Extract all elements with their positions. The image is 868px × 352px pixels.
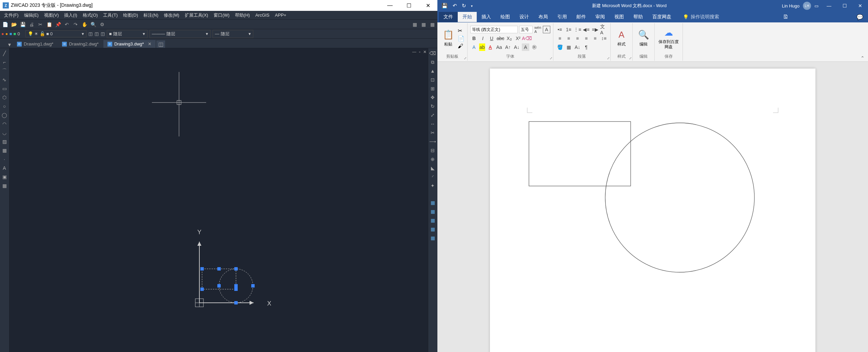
- maximize-button[interactable]: ☐: [837, 0, 852, 12]
- arc-tool-icon[interactable]: ⌒: [1, 67, 8, 75]
- user-avatar[interactable]: LH: [803, 2, 811, 10]
- char-border-icon[interactable]: A: [543, 26, 550, 33]
- qat-dropdown-icon[interactable]: ▾: [471, 4, 473, 8]
- paste-icon[interactable]: 📌: [54, 21, 62, 28]
- erase-tool-icon[interactable]: ⌫: [429, 50, 436, 57]
- move-tool-icon[interactable]: ✥: [429, 94, 436, 101]
- paragraph-dialog-launcher-icon[interactable]: ⤢: [607, 56, 610, 60]
- tab-insert[interactable]: 插入: [477, 12, 496, 22]
- styles-button[interactable]: A 样式: [613, 24, 630, 52]
- font-color-icon[interactable]: A: [487, 43, 494, 51]
- editing-button[interactable]: 🔍 编辑: [635, 24, 652, 52]
- layer4-icon[interactable]: ■: [14, 31, 16, 36]
- tab-drawing3[interactable]: D Drawing3.dwg* ✕: [103, 40, 156, 48]
- strikethrough-icon[interactable]: abc: [497, 35, 504, 42]
- paste-button[interactable]: 📋 粘贴: [440, 24, 456, 52]
- menu-modify[interactable]: 修改(M): [161, 12, 182, 19]
- text-effects-icon[interactable]: A: [470, 43, 478, 51]
- font-name-dropdown[interactable]: 等线 (西文正文): [470, 26, 518, 33]
- color-dropdown[interactable]: ■随层▾: [107, 30, 147, 38]
- menu-edit[interactable]: 编辑(E): [21, 12, 41, 19]
- word-page[interactable]: [490, 69, 815, 352]
- tab-help[interactable]: 帮助: [629, 12, 648, 22]
- show-marks-icon[interactable]: ¶: [583, 43, 590, 51]
- layer3-icon[interactable]: ■: [9, 31, 12, 36]
- line-spacing-icon[interactable]: ↕≡: [600, 35, 608, 42]
- shrink-font-icon[interactable]: A↓: [513, 43, 520, 51]
- menu-dimension[interactable]: 标注(N): [141, 12, 161, 19]
- tab-mailings[interactable]: 邮件: [572, 12, 591, 22]
- tab-drawing2[interactable]: D Drawing2.dwg*: [58, 40, 102, 48]
- redo-icon[interactable]: ↷: [72, 21, 79, 28]
- menu-format[interactable]: 格式(O): [80, 12, 101, 19]
- tab-references[interactable]: 引用: [553, 12, 572, 22]
- menu-tools[interactable]: 工具(T): [100, 12, 120, 19]
- hatch-tool-icon[interactable]: ▨: [1, 138, 8, 145]
- menu-app[interactable]: APP+: [272, 12, 289, 18]
- tab-view[interactable]: 视图: [610, 12, 629, 22]
- ellipse-arc-tool-icon[interactable]: ◡: [1, 129, 8, 136]
- copy-tool-icon[interactable]: ⧉: [429, 58, 436, 66]
- pan-icon[interactable]: ✋: [81, 21, 88, 28]
- subscript-icon[interactable]: X₂: [506, 35, 513, 42]
- offset-tool-icon[interactable]: ⊡: [429, 76, 436, 84]
- mirror-tool-icon[interactable]: ▲: [429, 67, 436, 75]
- font-dialog-launcher-icon[interactable]: ⤢: [550, 56, 552, 60]
- new-file-icon[interactable]: 📄: [1, 21, 9, 28]
- tab-drawing1[interactable]: D Drawing1.dwg*: [13, 40, 57, 48]
- copy-icon[interactable]: 📄: [458, 35, 465, 42]
- tab-layout[interactable]: 布局: [534, 12, 553, 22]
- clear-format-icon[interactable]: A⌫: [523, 35, 531, 42]
- comments-button[interactable]: 💬: [852, 12, 868, 22]
- distributed-icon[interactable]: ≡: [591, 35, 599, 42]
- view2-icon[interactable]: ▦: [420, 21, 427, 28]
- spline-tool-icon[interactable]: ∿: [1, 76, 8, 84]
- polygon-tool-icon[interactable]: ⬡: [1, 94, 8, 101]
- undo-icon[interactable]: ↶: [63, 21, 71, 28]
- align-right-icon[interactable]: ≡: [574, 35, 581, 42]
- styles-dialog-launcher-icon[interactable]: ⤢: [629, 56, 632, 60]
- menu-insert[interactable]: 插入(I): [61, 12, 80, 19]
- decrease-indent-icon[interactable]: ◀≡: [583, 26, 590, 33]
- tab-design[interactable]: 设计: [515, 12, 534, 22]
- menu-window[interactable]: 窗口(W): [211, 12, 232, 19]
- underline-icon[interactable]: U: [488, 35, 495, 42]
- user-name[interactable]: Lin Hugo: [782, 3, 800, 8]
- polyline-tool-icon[interactable]: ⌐: [1, 58, 8, 66]
- redo-icon[interactable]: ↻: [462, 3, 466, 9]
- palette2-icon[interactable]: ▦: [429, 208, 436, 215]
- trim-tool-icon[interactable]: ✂: [429, 129, 436, 136]
- palette3-icon[interactable]: ▦: [429, 217, 436, 224]
- bold-icon[interactable]: B: [470, 35, 478, 42]
- superscript-icon[interactable]: X²: [514, 35, 522, 42]
- enclose-char-icon[interactable]: ㊑: [531, 43, 538, 51]
- zoom-icon[interactable]: 🔍: [90, 21, 97, 28]
- tab-draw[interactable]: 绘图: [496, 12, 515, 22]
- save-baidu-button[interactable]: ☁ 保存到百度网盘: [657, 24, 680, 52]
- layer-tool3-icon[interactable]: ◫: [101, 31, 105, 36]
- minimize-button[interactable]: —: [383, 2, 397, 9]
- clipboard-dialog-launcher-icon[interactable]: ⤢: [464, 56, 467, 60]
- circle-tool-icon[interactable]: ○: [1, 103, 8, 110]
- block-tool-icon[interactable]: ▦: [1, 147, 8, 154]
- increase-indent-icon[interactable]: ≡▶: [591, 26, 599, 33]
- multilevel-icon[interactable]: ⋮≡: [574, 26, 581, 33]
- tab-home[interactable]: 开始: [458, 12, 477, 22]
- close-button[interactable]: ✕: [852, 0, 868, 12]
- palette5-icon[interactable]: ▦: [429, 234, 436, 242]
- close-button[interactable]: ✕: [421, 2, 435, 9]
- maximize-button[interactable]: ☐: [402, 2, 416, 9]
- change-case-icon[interactable]: Aa: [495, 43, 503, 51]
- layer2-icon[interactable]: ●: [5, 31, 8, 36]
- palette1-icon[interactable]: ▦: [429, 199, 436, 206]
- align-left-icon[interactable]: ≡: [556, 35, 564, 42]
- align-center-icon[interactable]: ≡: [565, 35, 572, 42]
- layer-icon[interactable]: ●: [1, 31, 4, 36]
- menu-help[interactable]: 帮助(H): [232, 12, 253, 19]
- line-tool-icon[interactable]: ╱: [1, 50, 8, 57]
- word-document-area[interactable]: [437, 62, 868, 352]
- save-icon[interactable]: 💾: [441, 3, 448, 9]
- format-painter-icon[interactable]: 🖌: [458, 43, 465, 49]
- shading-icon[interactable]: 🪣: [556, 43, 564, 51]
- ellipse-tool-icon[interactable]: ◯: [1, 111, 8, 119]
